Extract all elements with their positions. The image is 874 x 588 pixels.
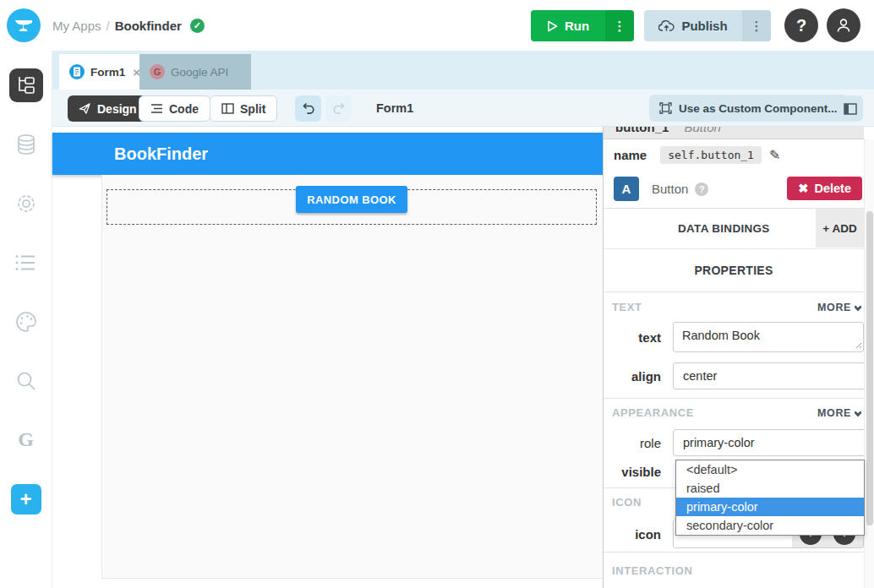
tab-form1[interactable]: Form1 ×	[59, 54, 139, 90]
split-view-button[interactable]: Split	[210, 95, 277, 122]
text-more-button[interactable]: MORE	[817, 302, 860, 313]
tab-google-label: Google API	[171, 66, 228, 79]
design-canvas: BookFinder RANDOM BOOK	[52, 127, 603, 588]
app-tree-icon	[16, 75, 36, 95]
kebab-icon: ⋮	[751, 19, 763, 34]
publish-menu-button[interactable]: ⋮	[742, 10, 771, 41]
role-option-default[interactable]: <default>	[676, 460, 864, 479]
help-button[interactable]: ?	[784, 8, 818, 42]
role-option-primary-color[interactable]: primary-color	[676, 498, 864, 516]
data-bindings-row: DATA BINDINGS + ADD	[604, 209, 864, 249]
design-icon	[79, 102, 91, 115]
role-option-raised[interactable]: raised	[676, 479, 864, 498]
design-view-button[interactable]: Design	[68, 95, 148, 122]
text-property-input[interactable]: Random Book	[673, 322, 864, 352]
delete-label: Delete	[814, 182, 851, 195]
current-form-name: Form1	[376, 90, 413, 127]
properties-heading: PROPERTIES	[604, 249, 864, 291]
sidebar-item-data-tables[interactable]	[14, 133, 38, 156]
run-button[interactable]: Run	[531, 10, 605, 41]
undo-button[interactable]	[295, 95, 321, 122]
code-label: Code	[169, 102, 199, 116]
breadcrumb-separator: /	[107, 19, 110, 33]
tab-google-api[interactable]: G Google API	[139, 54, 251, 90]
sidebar-item-search[interactable]	[14, 369, 38, 393]
component-name-value[interactable]: self.button_1	[660, 146, 762, 164]
sidebar-item-app-structure[interactable]	[9, 68, 43, 102]
plus-icon: +	[19, 487, 31, 511]
component-header: button_1 Button	[604, 127, 864, 139]
split-pane-icon	[221, 103, 234, 114]
double-chevron-down-icon	[855, 304, 860, 310]
sidebar-item-theme[interactable]	[14, 310, 38, 334]
component-name-heading: button_1	[615, 127, 669, 134]
panel-scrollbar[interactable]	[864, 139, 874, 588]
text-section-label: TEXT	[612, 301, 642, 313]
redo-button[interactable]	[325, 95, 352, 122]
publish-button-group: Publish ⋮	[644, 10, 771, 41]
component-type-heading: Button	[685, 127, 721, 134]
interaction-section-label: INTERACTION	[612, 564, 692, 577]
role-property-label: role	[604, 436, 661, 450]
button-component-icon: A	[614, 177, 639, 201]
code-view-button[interactable]: Code	[139, 95, 210, 122]
align-property-label: align	[604, 369, 661, 384]
component-help-icon[interactable]: ?	[695, 182, 708, 196]
publish-button[interactable]: Publish	[644, 10, 742, 41]
custom-component-icon	[659, 102, 672, 114]
align-selected-value: center	[683, 369, 717, 383]
question-icon: ?	[796, 16, 806, 35]
icon-property-label: icon	[604, 527, 661, 542]
add-sidebar-item-button[interactable]: +	[11, 484, 41, 514]
app-title: BookFinder	[52, 144, 208, 164]
toggle-side-panel-button[interactable]	[837, 95, 863, 122]
publish-label: Publish	[681, 19, 727, 33]
add-data-binding-button[interactable]: + ADD	[816, 209, 864, 248]
app-navbar-component[interactable]: BookFinder	[52, 133, 603, 175]
kebab-icon: ⋮	[614, 19, 626, 34]
appearance-more-button[interactable]: MORE	[817, 407, 860, 419]
delete-component-button[interactable]: ✖ Delete	[787, 177, 862, 200]
top-bar: My Apps / Bookfinder ✓ Run ⋮ Publish ⋮ ?	[0, 0, 874, 51]
database-icon	[14, 133, 38, 156]
visible-property-label: visible	[604, 465, 661, 479]
breadcrumb: My Apps / Bookfinder ✓	[52, 0, 205, 51]
section-appearance: APPEARANCE MORE	[604, 398, 864, 427]
sidebar-item-settings[interactable]	[14, 192, 38, 215]
appearance-section-label: APPEARANCE	[612, 406, 694, 419]
editor-toolbar: Design Code Split Form1 Use as Custom Co…	[52, 90, 874, 127]
anvil-icon	[14, 15, 34, 35]
run-menu-button[interactable]: ⋮	[605, 10, 634, 41]
run-button-group: Run ⋮	[531, 10, 634, 41]
random-book-button-component[interactable]: RANDOM BOOK	[296, 186, 407, 213]
anvil-logo[interactable]	[7, 8, 41, 42]
use-as-custom-component-button[interactable]: Use as Custom Component...	[649, 95, 848, 122]
tab-form1-label: Form1	[90, 66, 125, 79]
form-surface[interactable]: RANDOM BOOK	[101, 175, 602, 579]
name-label: name	[614, 148, 647, 162]
role-select[interactable]: primary-color	[673, 429, 874, 456]
more-label: MORE	[817, 407, 851, 419]
cloud-upload-icon	[658, 19, 675, 32]
sidebar-item-logs[interactable]	[14, 253, 38, 273]
use-as-custom-label: Use as Custom Component...	[679, 102, 838, 115]
edit-name-icon[interactable]: ✎	[769, 147, 780, 163]
google-g-icon: G	[18, 428, 34, 451]
panel-scrollbar-thumb[interactable]	[866, 211, 873, 525]
breadcrumb-app-name[interactable]: Bookfinder	[115, 19, 182, 33]
search-icon	[14, 369, 38, 393]
redo-icon	[332, 102, 346, 116]
profile-button[interactable]	[827, 8, 860, 42]
role-dropdown-list: <default> raised primary-color secondary…	[675, 460, 865, 536]
component-type-row: A Button ? ✖ Delete	[604, 170, 864, 209]
breadcrumb-my-apps[interactable]: My Apps	[52, 19, 101, 33]
role-option-secondary-color[interactable]: secondary-color	[676, 516, 864, 535]
section-text: TEXT MORE	[604, 291, 864, 322]
drop-zone-container[interactable]: RANDOM BOOK	[107, 189, 597, 225]
align-select[interactable]: center	[673, 362, 874, 389]
palette-icon	[14, 310, 38, 334]
properties-panel: button_1 Button name self.button_1 ✎ A B…	[603, 127, 874, 588]
sidebar-item-google-service[interactable]: G	[18, 428, 34, 451]
design-label: Design	[97, 102, 137, 116]
person-icon	[834, 16, 853, 35]
